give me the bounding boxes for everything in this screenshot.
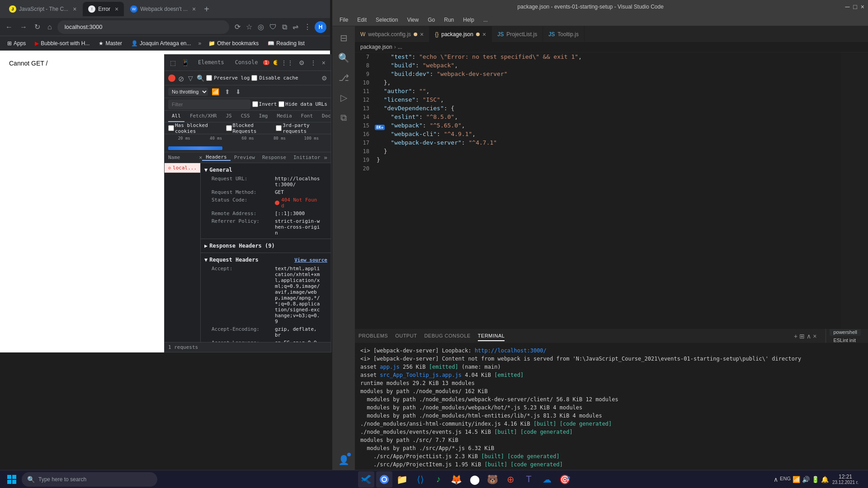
col-initiator-tab[interactable]: Initiator [290,155,324,160]
menu-go[interactable]: Go [424,15,439,25]
extensions-icon[interactable]: ⧉ [280,21,289,33]
forward-button[interactable]: → [18,21,29,33]
resource-tab-all[interactable]: All [168,111,184,122]
vscode-tab-webpack[interactable]: W webpack.config.js × [355,26,429,42]
preserve-log-checkbox[interactable] [206,75,212,81]
bookmark-master[interactable]: ★ Master [95,39,126,47]
resource-tab-doc[interactable]: Doc [318,111,331,122]
sidebar-icon-extensions[interactable]: ⧉ [335,109,352,126]
throttle-select[interactable]: No throttling [168,88,208,96]
third-party-label[interactable]: 3rd-party requests [276,122,327,134]
sidebar-icon-explorer[interactable]: ⊟ [335,30,352,46]
tab-close-js[interactable]: × [73,5,76,13]
refresh-button[interactable]: ↻ [33,21,42,33]
third-party-checkbox[interactable] [276,125,282,131]
taskbar-icon-chrome2[interactable]: ⬤ [467,471,483,488]
tab-close-webpack[interactable]: × [192,5,196,13]
panel-tab-debug[interactable]: DEBUG CONSOLE [424,331,470,341]
filter-input[interactable] [168,99,250,109]
blocked-requests-checkbox[interactable] [226,125,232,131]
devtools-more-btn[interactable]: ⋮⋮ [279,57,295,68]
response-headers-header[interactable]: ▶ Response Headers (9) [204,241,327,251]
panel-split-btn[interactable]: ⊞ [799,333,805,340]
col-preview-tab[interactable]: Preview [231,155,259,160]
taskbar-icon-vscode2[interactable]: ⟨⟩ [412,471,429,488]
resource-tab-css[interactable]: CSS [237,111,254,122]
back-button[interactable]: ← [4,21,14,33]
tray-battery-icon[interactable]: 🔋 [811,476,819,483]
general-section-header[interactable]: ▼ General [204,165,327,175]
sync-icon[interactable]: ⇌ [291,21,300,33]
invert-checkbox[interactable] [252,101,258,107]
bookmark-apps[interactable]: ⊞ Apps [4,39,29,47]
request-headers-header[interactable]: ▼ Request Headers View source [204,255,327,265]
taskbar-icon-spotify[interactable]: ♪ [430,471,447,488]
maximize-button[interactable]: □ [853,3,857,10]
tray-keyboard-icon[interactable]: ENG [780,476,791,483]
devtools-close-btn[interactable]: × [320,57,327,68]
menu-more[interactable]: ... [480,15,491,25]
menu-run[interactable]: Run [440,15,458,25]
taskbar-icon-explorer[interactable]: 📁 [394,471,410,488]
resource-tab-media[interactable]: Media [273,111,295,122]
sidebar-icon-run[interactable]: ▷ [335,89,352,106]
vscode-tab-package-json[interactable]: {} package.json × [429,26,492,42]
invert-label[interactable]: Invert [252,101,277,107]
code-editor[interactable]: 7 8 9 10 11 12 13 14 15 16 17 18 19 20 [355,52,868,329]
panel-tab-output[interactable]: OUTPUT [395,331,417,341]
menu-help[interactable]: Help [459,15,478,25]
close-webpack-tab[interactable]: × [420,31,424,38]
disable-cache-label[interactable]: Disable cache [251,75,298,81]
terminal-content[interactable]: <i> [webpack-dev-server] Loopback: http:… [355,343,868,478]
resource-tab-fetch[interactable]: Fetch/XHR [186,111,221,122]
minimize-button[interactable]: ─ [845,3,849,10]
close-button[interactable]: × [861,3,864,10]
resource-tab-img[interactable]: Img [255,111,272,122]
tab-error[interactable]: ! Error × [83,2,124,16]
hide-data-urls-label[interactable]: Hide data URLs [278,101,327,107]
view-source-link[interactable]: View source [294,257,327,263]
taskbar-search-box[interactable]: 🔍 Type here to search [22,472,157,487]
shield-icon[interactable]: 🛡 [268,21,278,33]
devtools-inspect-btn[interactable]: ⬚ [168,57,178,68]
col-headers-tab[interactable]: Headers [202,154,230,161]
has-blocked-cookies-checkbox[interactable] [168,125,174,131]
sidebar-icon-account[interactable]: 👤 [335,452,352,468]
resource-tab-js[interactable]: JS [222,111,235,122]
sidebar-icon-search[interactable]: 🔍 [335,50,352,66]
bookmark-joaquin[interactable]: 👤 Joaquin Arteaga en... [127,39,194,47]
upload-icon[interactable]: ⬆ [223,86,232,97]
devtools-tab-elements[interactable]: Elements [193,56,230,69]
tab-close-error[interactable]: × [115,5,118,13]
bookmark-other[interactable]: 📁 Other bookmarks [205,39,262,47]
vscode-tab-projectlist[interactable]: JS ProjectList.js [492,26,543,42]
devtools-settings-btn[interactable]: ⚙ [297,57,307,68]
taskbar-icon-azure[interactable]: ☁ [539,471,555,488]
profile-button[interactable]: H [315,21,326,33]
tray-network-icon[interactable]: 📶 [793,476,800,483]
devtools-more-options-btn[interactable]: ⋮ [308,57,318,68]
taskbar-icon-teams[interactable]: T [521,471,537,488]
menu-edit[interactable]: Edit [354,15,370,25]
stop-button[interactable]: ⊘ [177,75,184,82]
bookmark-reading[interactable]: 📖 Reading list [264,39,308,47]
preserve-log-label[interactable]: Preserve log [206,75,250,81]
sidebar-icon-git[interactable]: ⎇ [335,70,352,86]
taskbar-icon-app12[interactable]: 🎯 [557,471,573,488]
chrome-icon[interactable]: ◎ [256,21,266,33]
menu-icon[interactable]: ⋮ [302,21,313,33]
terminal-item-powershell[interactable]: powershell [830,328,861,336]
close-package-tab[interactable]: × [482,31,486,38]
tab-webpack[interactable]: W Webpack doesn't ... × [125,2,201,16]
panel-add-btn[interactable]: + [794,333,797,340]
panel-close-btn[interactable]: × [813,333,816,340]
vscode-tab-tooltip[interactable]: JS Tooltip.js [543,26,585,42]
menu-view[interactable]: View [403,15,422,25]
start-button[interactable] [4,471,20,488]
devtools-tab-console[interactable]: Console 1 1 [230,56,277,69]
wifi-icon[interactable]: 📶 [210,86,221,97]
close-request-details-btn[interactable]: × [199,155,202,161]
record-button[interactable] [168,75,175,82]
panel-tab-problems[interactable]: PROBLEMS [359,331,388,341]
search-button[interactable]: 🔍 [197,75,204,82]
